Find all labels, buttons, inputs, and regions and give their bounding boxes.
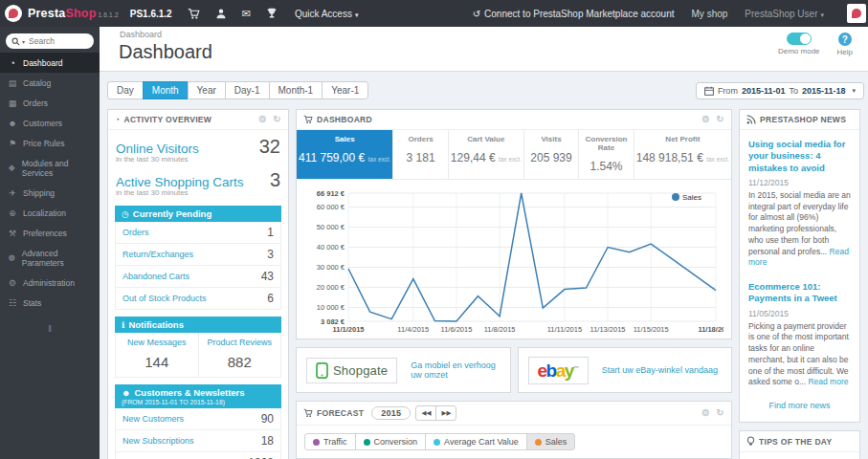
- find-more-news-link[interactable]: Find more news: [748, 401, 851, 410]
- cart-icon: [303, 408, 313, 418]
- localization-icon: ⊕: [8, 208, 17, 218]
- profile-icon[interactable]: [215, 8, 227, 19]
- ebay-banner: ebay™ Start uw eBay-winkel vandaag: [518, 347, 733, 393]
- news-article-date: 11/12/2015: [748, 178, 851, 187]
- forecast-year-badge[interactable]: 2015: [371, 406, 411, 420]
- sidebar-item-dashboard[interactable]: ◔Dashboard: [0, 53, 100, 73]
- date-range-picker[interactable]: From 2015-11-01 To 2015-11-18 ▾: [696, 82, 864, 99]
- toggle-traffic[interactable]: Traffic: [304, 433, 356, 450]
- notifications-header: ℹNotifications: [115, 317, 281, 333]
- demo-mode-toggle[interactable]: [787, 33, 812, 45]
- refresh-icon[interactable]: ↻: [716, 408, 724, 418]
- gear-icon[interactable]: ⚙: [701, 115, 710, 124]
- sidebar-item-price-rules[interactable]: ⚑Price Rules: [0, 133, 100, 153]
- forecast-forward-button[interactable]: ▶▶: [435, 405, 456, 421]
- user-avatar[interactable]: [847, 4, 866, 23]
- advanced-parameters-icon: ☸: [8, 253, 16, 263]
- refresh-icon[interactable]: ↻: [273, 115, 281, 124]
- sidebar-item-localization[interactable]: ⊕Localization: [0, 203, 100, 223]
- date-to: 2015-11-18: [802, 86, 846, 96]
- forecast-back-button[interactable]: ◀◀: [415, 405, 436, 421]
- range-day-1-button[interactable]: Day-1: [225, 81, 270, 99]
- kpi-visits[interactable]: Visits 205 939: [524, 130, 579, 179]
- news-article-title[interactable]: Ecommerce 101: Payments in a Tweet: [748, 281, 851, 305]
- gear-icon[interactable]: ⚙: [701, 408, 710, 418]
- kpi-orders[interactable]: Orders 3 181: [393, 130, 448, 179]
- sidebar-item-advanced-parameters[interactable]: ☸Advanced Parameters: [0, 243, 100, 273]
- active-carts-value: 3: [270, 169, 280, 191]
- range-day-button[interactable]: Day: [107, 81, 144, 99]
- main-content: Day Month Year Day-1 Month-1 Year-1 From…: [100, 71, 868, 459]
- sidebar-item-catalog[interactable]: ▤Catalog: [0, 73, 100, 93]
- range-month-button[interactable]: Month: [143, 81, 189, 99]
- toggle-sales[interactable]: Sales: [526, 433, 576, 450]
- content-header: Dashboard Dashboard Demo mode ? Help: [100, 27, 868, 72]
- ebay-logo[interactable]: ebay™: [528, 357, 589, 384]
- range-year-1-button[interactable]: Year-1: [322, 81, 368, 99]
- range-year-button[interactable]: Year: [188, 81, 226, 99]
- sidebar-search: ▾: [6, 33, 94, 49]
- range-button-group: Day Month Year Day-1 Month-1 Year-1: [107, 81, 368, 99]
- help-icon[interactable]: ?: [838, 33, 852, 46]
- sidebar-item-customers[interactable]: ☻Customers: [0, 113, 100, 133]
- marketplace-connect-link[interactable]: ↺Connect to PrestaShop Marketplace accou…: [473, 9, 675, 19]
- search-input[interactable]: [27, 35, 80, 47]
- user-menu[interactable]: PrestaShop User▾: [745, 9, 824, 19]
- toggle-average-cart-value[interactable]: Average Cart Value: [425, 433, 527, 450]
- shop-name[interactable]: PS1.6.1.2: [130, 9, 172, 19]
- shopgate-logo[interactable]: Shopgate: [306, 358, 397, 383]
- online-visitors-link[interactable]: Online Visitors: [116, 142, 199, 156]
- kpi-sales[interactable]: Sales 411 759,00 € tax excl.: [297, 130, 393, 179]
- new-messages-cell[interactable]: New Messages 144: [116, 333, 198, 377]
- read-more-link[interactable]: Read more: [808, 377, 848, 386]
- help-label: Help: [837, 48, 853, 56]
- top-bar: PrestaShop1.6.1.2 PS1.6.1.2 ✉ Quick Acce…: [0, 0, 868, 27]
- kpi-row: Sales 411 759,00 € tax excl. Orders 3 18…: [297, 130, 731, 180]
- administration-icon: ⚙: [8, 278, 17, 288]
- toggle-conversion[interactable]: Conversion: [355, 433, 427, 450]
- quick-access-menu[interactable]: Quick Access▾: [295, 9, 359, 19]
- sidebar-item-administration[interactable]: ⚙Administration: [0, 273, 100, 293]
- search-scope-caret-icon[interactable]: ▾: [22, 38, 25, 45]
- cart-icon[interactable]: [188, 8, 200, 20]
- sidebar-item-shipping[interactable]: ✈Shipping: [0, 183, 100, 203]
- kpi-cart-value[interactable]: Cart Value 129,44 € tax excl.: [449, 130, 524, 179]
- sidebar-collapse-button[interactable]: ‖: [0, 324, 100, 334]
- news-article-title[interactable]: Using social media for your business: 4 …: [748, 139, 851, 174]
- shopgate-link[interactable]: Ga mobiel en verhoog uw omzet: [411, 361, 500, 380]
- prestashop-admin: PrestaShop1.6.1.2 PS1.6.1.2 ✉ Quick Acce…: [0, 0, 868, 459]
- kpi-net-profit[interactable]: Net Profit 148 918,51 € tax excl.: [634, 130, 731, 179]
- gear-icon[interactable]: ⚙: [258, 115, 267, 124]
- sidebar-item-modules[interactable]: ❖Modules and Services: [0, 153, 100, 183]
- range-month-1-button[interactable]: Month-1: [269, 81, 323, 99]
- sidebar-item-preferences[interactable]: ⚒Preferences: [0, 223, 100, 243]
- refresh-icon[interactable]: ↻: [716, 115, 724, 124]
- customers-icon: ☻: [8, 119, 17, 128]
- svg-text:11/18/2015: 11/18/2015: [698, 325, 723, 334]
- preferences-icon: ⚒: [8, 229, 17, 238]
- prestashop-logo-icon[interactable]: [5, 5, 22, 22]
- average-cart-value-dot-icon: [434, 439, 440, 446]
- sales-line-chart[interactable]: 3 082 €10 000 €20 000 €30 000 €40 000 €5…: [304, 186, 723, 335]
- calendar-icon: [704, 86, 714, 96]
- breadcrumb[interactable]: Dashboard: [120, 30, 162, 39]
- kpi-conversion-rate[interactable]: Conversion Rate 1.54%: [579, 130, 634, 179]
- svg-text:11/1/2015: 11/1/2015: [333, 325, 365, 334]
- modules-icon: ❖: [8, 164, 16, 173]
- active-carts-link[interactable]: Active Shopping Carts: [116, 175, 244, 189]
- messages-icon[interactable]: ✉: [242, 8, 251, 20]
- clock-icon: ◷: [122, 209, 129, 219]
- my-shop-link[interactable]: My shop: [692, 9, 728, 19]
- svg-text:11/15/2015: 11/15/2015: [634, 325, 669, 334]
- dashboard-panel-title: DASHBOARD: [317, 115, 372, 124]
- trophy-icon[interactable]: [266, 8, 278, 19]
- active-carts-sub: in the last 30 minutes: [108, 188, 288, 197]
- sidebar-item-stats[interactable]: ☷Stats: [0, 293, 100, 313]
- ebay-link[interactable]: Start uw eBay-winkel vandaag: [602, 365, 718, 375]
- brand[interactable]: PrestaShop1.6.1.2: [28, 7, 119, 20]
- sidebar-item-orders[interactable]: ▦Orders: [0, 93, 100, 113]
- product-reviews-cell[interactable]: Product Reviews 882: [198, 333, 281, 377]
- svg-text:11/8/2015: 11/8/2015: [484, 325, 516, 334]
- date-range-toolbar: Day Month Year Day-1 Month-1 Year-1 From…: [107, 81, 864, 99]
- dashboard-icon: ◔: [8, 58, 17, 68]
